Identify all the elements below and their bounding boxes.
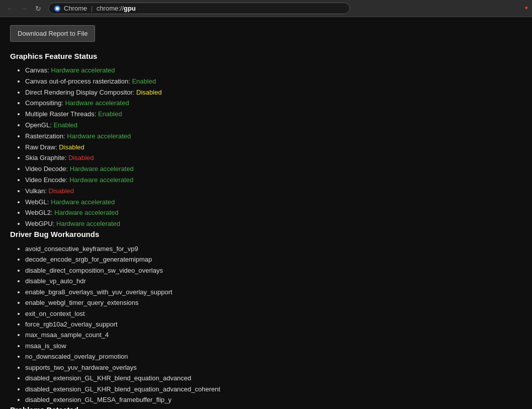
workaround-item: disable_vp_auto_hdr [25, 277, 86, 285]
workaround-list: avoid_consecutive_keyframes_for_vp9 deco… [10, 243, 522, 405]
feature-status: Hardware accelerated [51, 198, 115, 206]
feature-status: Disabled [49, 187, 74, 195]
forward-button[interactable]: → [18, 3, 30, 15]
feature-status: Enabled [53, 121, 77, 129]
browser-chrome: ← → ↻ Chrome | chrome://gpu • [0, 0, 532, 17]
nav-buttons: ← → ↻ [4, 3, 44, 15]
workaround-item: disabled_extension_GL_KHR_blend_equation… [25, 385, 220, 393]
graphics-section-title: Graphics Feature Status [10, 52, 522, 60]
feature-status: Enabled [98, 110, 122, 118]
list-item: disabled_extension_GL_MESA_framebuffer_f… [25, 394, 522, 405]
workaround-item: supports_two_yuv_hardware_overlays [25, 364, 137, 371]
address-text: Chrome | chrome://gpu [64, 5, 136, 12]
feature-status: Disabled [136, 89, 162, 96]
feature-label: Direct Rendering Display Compositor: [25, 89, 136, 96]
list-item: enable_webgl_timer_query_extensions [25, 297, 522, 308]
list-item: disabled_extension_GL_KHR_blend_equation… [25, 373, 522, 383]
feature-label: Canvas out-of-process rasterization: [25, 77, 132, 85]
graphics-feature-list: Canvas: Hardware accelerated Canvas out-… [10, 65, 522, 229]
list-item: disabled_extension_GL_KHR_blend_equation… [25, 384, 522, 394]
feature-label: Vulkan: [25, 187, 49, 195]
workaround-item: exit_on_context_lost [25, 310, 85, 317]
list-item: Multiple Raster Threads: Enabled [25, 109, 522, 120]
feature-status: Enabled [132, 77, 156, 85]
list-item: enable_bgra8_overlays_with_yuv_overlay_s… [25, 287, 522, 297]
list-item: avoid_consecutive_keyframes_for_vp9 [25, 243, 522, 254]
tab-name: Chrome [64, 5, 87, 12]
address-separator: | [91, 5, 95, 12]
feature-status: Hardware accelerated [69, 176, 133, 184]
feature-status: Hardware accelerated [67, 132, 131, 140]
workaround-item: disabled_extension_GL_MESA_framebuffer_f… [25, 396, 171, 403]
list-item: WebGL2: Hardware accelerated [25, 208, 522, 218]
workaround-item: avoid_consecutive_keyframes_for_vp9 [25, 245, 138, 253]
workaround-item: disabled_extension_GL_KHR_blend_equation… [25, 374, 191, 382]
list-item: Raw Draw: Disabled [25, 142, 522, 153]
feature-label: Skia Graphite: [25, 154, 68, 161]
workaround-item: enable_bgra8_overlays_with_yuv_overlay_s… [25, 288, 172, 296]
problems-section: Problems Detected Some drivers are unabl… [10, 405, 522, 409]
download-report-button[interactable]: Download Report to File [10, 25, 95, 42]
feature-label: Rasterization: [25, 132, 67, 140]
feature-label: Raw Draw: [25, 143, 59, 151]
list-item: Rasterization: Hardware accelerated [25, 131, 522, 142]
feature-status: Disabled [68, 154, 94, 161]
notification-dot: • [525, 3, 528, 14]
workaround-item: no_downscaled_overlay_promotion [25, 353, 128, 360]
list-item: exit_on_context_lost [25, 308, 522, 319]
list-item: force_rgb10a2_overlay_support [25, 319, 522, 330]
feature-status: Hardware accelerated [70, 165, 134, 173]
feature-status: Hardware accelerated [65, 99, 129, 107]
list-item: Direct Rendering Display Compositor: Dis… [25, 88, 522, 98]
list-item: disable_vp_auto_hdr [25, 276, 522, 286]
workaround-item: enable_webgl_timer_query_extensions [25, 299, 138, 306]
list-item: max_msaa_sample_count_4 [25, 330, 522, 340]
list-item: no_downscaled_overlay_promotion [25, 351, 522, 362]
reload-button[interactable]: ↻ [32, 3, 44, 15]
graphics-section: Graphics Feature Status Canvas: Hardware… [10, 52, 522, 229]
feature-label: Video Decode: [25, 165, 70, 173]
favicon-icon [54, 5, 61, 12]
list-item: WebGPU: Hardware accelerated [25, 219, 522, 229]
back-button[interactable]: ← [4, 3, 16, 15]
feature-status: Disabled [59, 143, 84, 151]
feature-label: WebGL: [25, 198, 51, 206]
feature-label: WebGPU: [25, 220, 56, 227]
list-item: decode_encode_srgb_for_generatemipmap [25, 254, 522, 265]
list-item: Vulkan: Disabled [25, 186, 522, 197]
list-item: Canvas out-of-process rasterization: Ena… [25, 76, 522, 87]
feature-status: Hardware accelerated [54, 209, 118, 216]
list-item: disable_direct_composition_sw_video_over… [25, 265, 522, 276]
list-item: Video Encode: Hardware accelerated [25, 175, 522, 186]
list-item: Video Decode: Hardware accelerated [25, 164, 522, 175]
svg-point-1 [56, 7, 59, 10]
feature-label: Multiple Raster Threads: [25, 110, 98, 118]
feature-label: Canvas: [25, 66, 51, 74]
problems-section-title: Problems Detected [10, 405, 522, 409]
list-item: msaa_is_slow [25, 341, 522, 351]
workaround-item: decode_encode_srgb_for_generatemipmap [25, 256, 152, 263]
list-item: Canvas: Hardware accelerated [25, 65, 522, 76]
page-content: Download Report to File Graphics Feature… [0, 17, 532, 409]
address-bold: gpu [124, 5, 136, 12]
feature-label: WebGL2: [25, 209, 54, 216]
workaround-item: msaa_is_slow [25, 342, 66, 350]
workaround-item: force_rgb10a2_overlay_support [25, 320, 118, 328]
list-item: Skia Graphite: Disabled [25, 153, 522, 163]
driver-bug-section: Driver Bug Workarounds avoid_consecutive… [10, 230, 522, 405]
feature-label: Compositing: [25, 99, 65, 107]
address-prefix: chrome:// [97, 5, 124, 12]
workaround-item: disable_direct_composition_sw_video_over… [25, 267, 163, 274]
feature-label: Video Encode: [25, 176, 69, 184]
address-bar[interactable]: Chrome | chrome://gpu [48, 3, 350, 14]
list-item: Compositing: Hardware accelerated [25, 98, 522, 109]
driver-bug-section-title: Driver Bug Workarounds [10, 230, 522, 238]
feature-status: Hardware accelerated [56, 220, 120, 227]
list-item: WebGL: Hardware accelerated [25, 197, 522, 208]
list-item: OpenGL: Enabled [25, 120, 522, 131]
workaround-item: max_msaa_sample_count_4 [25, 331, 109, 339]
feature-status: Hardware accelerated [51, 66, 115, 74]
feature-label: OpenGL: [25, 121, 53, 129]
list-item: supports_two_yuv_hardware_overlays [25, 362, 522, 373]
